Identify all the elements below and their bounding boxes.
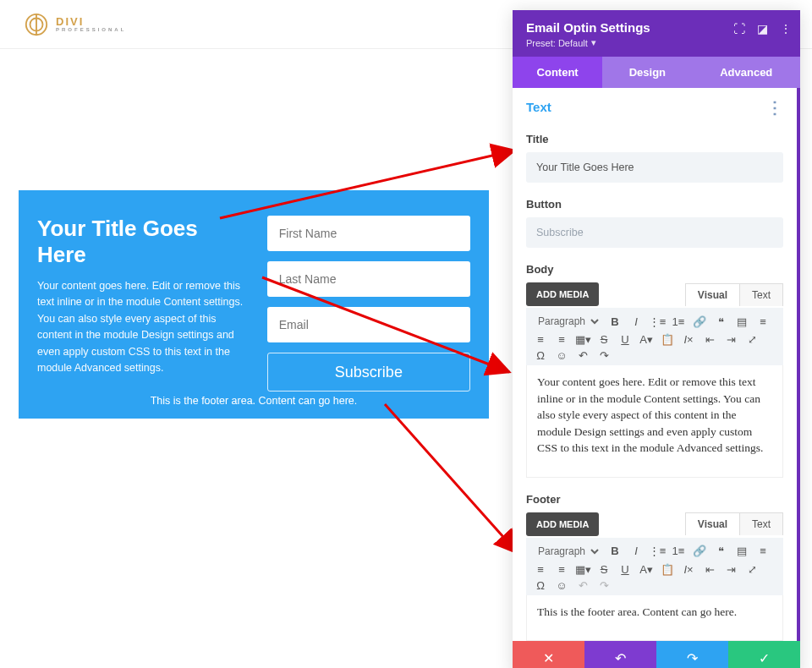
italic-icon[interactable]: I [628,315,644,328]
footer-mode-text[interactable]: Text [740,512,783,535]
optin-body[interactable]: Your content goes here. Edit or remove t… [37,278,245,376]
strikethrough-icon[interactable]: S [596,563,612,576]
more-tools-icon[interactable]: ▤ [734,315,749,328]
chevron-down-icon: ▾ [591,37,596,48]
panel-tabs: Content Design Advanced [513,57,800,88]
redo-icon[interactable]: ↷ [596,579,612,592]
align-right-icon[interactable]: ≡ [554,563,569,576]
more-icon[interactable]: ⋮ [780,22,792,36]
body-mode-text[interactable]: Text [740,283,783,306]
body-add-media-button[interactable]: ADD MEDIA [526,282,599,306]
field-footer: Footer ADD MEDIA Visual Text Paragraph B… [526,493,783,642]
email-optin-preview: Your Title Goes Here Your content goes h… [19,190,489,419]
section-menu-icon[interactable]: ⋮ [766,103,783,112]
first-name-input[interactable] [267,216,470,251]
snap-icon[interactable]: ◪ [757,22,768,36]
tab-advanced[interactable]: Advanced [693,57,801,88]
redo-icon[interactable]: ↷ [596,349,612,362]
indent-icon[interactable]: ⇥ [723,333,738,346]
align-left-icon[interactable]: ≡ [755,315,771,328]
close-button[interactable]: ✕ [513,641,584,668]
align-center-icon[interactable]: ≡ [533,333,548,346]
undo-button[interactable]: ↶ [584,641,656,668]
bold-icon[interactable]: B [607,315,623,328]
table-icon[interactable]: ▦▾ [575,563,590,576]
optin-form-column: Subscribe [267,216,470,403]
text-color-icon[interactable]: A▾ [639,333,654,346]
paste-icon[interactable]: 📋 [660,333,675,346]
redo-button[interactable]: ↷ [656,641,728,668]
quote-icon[interactable]: ❝ [713,545,728,557]
indent-icon[interactable]: ⇥ [723,563,738,576]
undo-icon[interactable]: ↶ [575,349,590,362]
undo-icon[interactable]: ↶ [575,579,590,592]
optin-text-column: Your Title Goes Here Your content goes h… [37,216,245,403]
strikethrough-icon[interactable]: S [596,333,612,346]
body-mode-visual[interactable]: Visual [685,283,740,306]
button-label: Button [526,198,783,211]
optin-footer[interactable]: This is the footer area. Content can go … [19,395,489,407]
arrow-footer [385,404,518,553]
field-button: Button [526,198,783,248]
footer-editor[interactable]: This is the footer area. Content can go … [526,595,783,642]
emoji-icon[interactable]: ☺ [554,349,569,362]
field-body: Body ADD MEDIA Visual Text Paragraph B I… [526,263,783,478]
button-input[interactable] [526,217,783,248]
omega-icon[interactable]: Ω [533,349,548,362]
footer-mode-visual[interactable]: Visual [685,512,740,535]
align-center-icon[interactable]: ≡ [533,563,548,576]
fullscreen-icon[interactable]: ⤢ [744,333,760,346]
fullscreen-icon[interactable]: ⤢ [744,563,760,576]
field-title: Title [526,133,783,183]
underline-icon[interactable]: U [617,563,633,576]
table-icon[interactable]: ▦▾ [575,333,590,346]
logo-icon [24,12,49,37]
title-label: Title [526,133,783,145]
brand-name: DIVI [56,16,126,27]
logo-text: DIVI PROFESSIONAL [56,16,126,32]
expand-icon[interactable]: ⛶ [733,22,745,36]
outdent-icon[interactable]: ⇤ [702,333,717,346]
align-left-icon[interactable]: ≡ [755,545,771,557]
emoji-icon[interactable]: ☺ [554,579,569,592]
number-list-icon[interactable]: 1≡ [671,315,686,328]
bold-icon[interactable]: B [607,545,623,557]
brand-sub: PROFESSIONAL [56,27,126,32]
save-button[interactable]: ✓ [728,641,800,668]
quote-icon[interactable]: ❝ [713,315,728,328]
logo[interactable]: DIVI PROFESSIONAL [24,12,126,37]
optin-title[interactable]: Your Title Goes Here [37,216,245,268]
footer-add-media-button[interactable]: ADD MEDIA [526,512,599,536]
settings-panel: Email Optin Settings Preset: Default ▾ ⛶… [513,10,800,668]
omega-icon[interactable]: Ω [533,579,548,592]
underline-icon[interactable]: U [617,333,633,346]
clear-format-icon[interactable]: I× [681,333,696,346]
bullet-list-icon[interactable]: ⋮≡ [650,545,665,557]
align-right-icon[interactable]: ≡ [554,333,569,346]
body-label: Body [526,263,783,276]
more-tools-icon[interactable]: ▤ [734,545,749,557]
body-toolbar: Paragraph B I ⋮≡ 1≡ 🔗 ❝ ▤ ≡ ≡ ≡ ▦▾ S U A… [526,308,783,365]
outdent-icon[interactable]: ⇤ [702,563,717,576]
italic-icon[interactable]: I [628,545,644,557]
body-paragraph-select[interactable]: Paragraph [533,313,601,330]
last-name-input[interactable] [267,261,470,297]
tab-content[interactable]: Content [513,57,602,88]
link-icon[interactable]: 🔗 [692,545,707,557]
email-input[interactable] [267,307,470,342]
section-text[interactable]: Text ⋮ [526,100,783,118]
subscribe-button[interactable]: Subscribe [267,353,470,391]
bullet-list-icon[interactable]: ⋮≡ [650,315,665,328]
number-list-icon[interactable]: 1≡ [671,545,686,557]
panel-preset[interactable]: Preset: Default ▾ [526,37,787,48]
panel-body: Text ⋮ Title Button Body ADD MEDIA Visua… [513,88,800,641]
paste-icon[interactable]: 📋 [660,563,675,576]
link-icon[interactable]: 🔗 [692,315,707,328]
tab-design[interactable]: Design [602,57,692,88]
footer-paragraph-select[interactable]: Paragraph [533,543,601,560]
title-input[interactable] [526,152,783,183]
body-editor[interactable]: Your content goes here. Edit or remove t… [526,365,783,478]
panel-footer: ✕ ↶ ↷ ✓ [513,641,800,668]
clear-format-icon[interactable]: I× [681,563,696,576]
text-color-icon[interactable]: A▾ [639,563,654,576]
